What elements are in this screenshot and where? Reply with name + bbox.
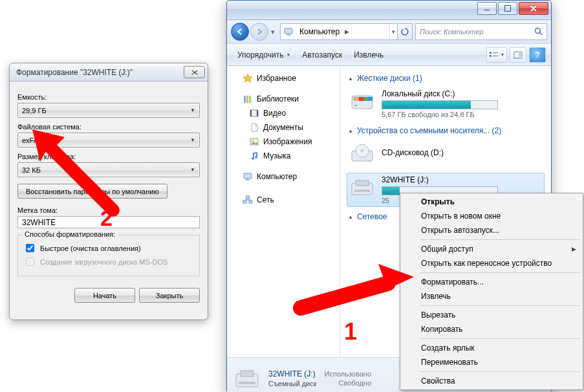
restore-defaults-button[interactable]: Восстановить параметры по умолчанию bbox=[17, 184, 168, 199]
quick-format-input[interactable] bbox=[26, 244, 34, 252]
computer-icon bbox=[243, 171, 253, 182]
chevron-down-icon: ▼ bbox=[286, 52, 290, 57]
cdrom-icon bbox=[349, 142, 375, 168]
svg-rect-7 bbox=[493, 56, 498, 56]
navtree-documents[interactable]: Документы bbox=[231, 120, 336, 135]
window-titlebar[interactable] bbox=[227, 1, 551, 20]
nav-history-dropdown[interactable]: ▾ bbox=[268, 28, 277, 36]
cluster-combo[interactable]: 32 КБ ▼ bbox=[17, 162, 200, 177]
dialog-close-button[interactable] bbox=[184, 66, 205, 78]
navtree-pictures[interactable]: Изображения bbox=[231, 135, 336, 149]
capacity-combo[interactable]: 29,9 ГБ ▼ bbox=[17, 103, 200, 118]
ctx-open[interactable]: Открыть bbox=[402, 195, 581, 209]
start-button[interactable]: Начать bbox=[74, 288, 135, 303]
status-type: Съемный диск bbox=[268, 380, 317, 387]
navtree-libraries-label: Библиотеки bbox=[257, 94, 299, 103]
view-button[interactable]: ▼ bbox=[486, 47, 507, 63]
ctx-cut[interactable]: Вырезать bbox=[402, 308, 581, 322]
address-bar[interactable]: Компьютер ▶ ▾ bbox=[280, 23, 398, 40]
group-hard-disks[interactable]: ▲Жесткие диски (1) bbox=[348, 74, 545, 83]
svg-point-25 bbox=[355, 105, 357, 107]
drive-j-label: 32WHITE (J:) bbox=[382, 175, 498, 184]
group-removable[interactable]: ▲Устройства со съемными носителя... (2) bbox=[348, 126, 545, 135]
eject-button[interactable]: Извлечь bbox=[349, 48, 389, 62]
drive-c-usage-bar bbox=[382, 100, 498, 109]
svg-rect-1 bbox=[287, 34, 290, 36]
drive-d-label: CD-дисковод (D:) bbox=[382, 148, 444, 157]
filesystem-value: exFAT bbox=[22, 136, 42, 144]
ctx-open-portable[interactable]: Открыть как переносное устройство bbox=[402, 256, 581, 270]
svg-rect-20 bbox=[243, 201, 246, 203]
help-button[interactable]: ? bbox=[529, 47, 546, 63]
svg-line-3 bbox=[539, 32, 542, 35]
svg-rect-4 bbox=[490, 52, 492, 54]
navtree-network-label: Сеть bbox=[257, 195, 274, 204]
command-toolbar: Упорядочить▼ Автозапуск Извлечь ▼ ? bbox=[227, 44, 551, 66]
filesystem-combo[interactable]: exFAT ▼ bbox=[17, 133, 200, 147]
removable-drive-icon bbox=[233, 366, 261, 391]
chevron-down-icon: ▼ bbox=[190, 167, 195, 173]
ctx-open-new-window[interactable]: Открыть в новом окне bbox=[402, 209, 581, 223]
chevron-down-icon: ▼ bbox=[190, 137, 195, 143]
format-options-legend: Способы форматирования: bbox=[22, 230, 118, 238]
eject-label: Извлечь bbox=[354, 50, 384, 60]
navtree-computer[interactable]: Компьютер bbox=[231, 169, 336, 184]
navtree-network[interactable]: Сеть bbox=[231, 193, 336, 207]
capacity-label: Емкость: bbox=[17, 93, 200, 101]
svg-rect-12 bbox=[249, 96, 251, 103]
ctx-open-autorun[interactable]: Открыть автозапуск... bbox=[402, 223, 581, 237]
filesystem-label: Файловая система: bbox=[17, 123, 200, 131]
svg-rect-18 bbox=[244, 173, 252, 179]
format-dialog: Форматирование "32WHITE (J:)" Емкость: 2… bbox=[9, 63, 208, 320]
dialog-titlebar[interactable]: Форматирование "32WHITE (J:)" bbox=[10, 63, 208, 82]
autorun-button[interactable]: Автозапуск bbox=[297, 48, 347, 62]
svg-rect-15 bbox=[257, 110, 258, 116]
search-input[interactable]: Поиск: Компьютер bbox=[415, 23, 547, 40]
navtree-music[interactable]: Музыка bbox=[231, 149, 336, 163]
maximize-button[interactable] bbox=[498, 2, 517, 15]
ctx-properties[interactable]: Свойства bbox=[402, 374, 581, 388]
submenu-arrow-icon: ▶ bbox=[572, 246, 576, 252]
close-button[interactable]: Закрыть bbox=[139, 288, 200, 303]
svg-rect-22 bbox=[246, 196, 250, 199]
quick-format-checkbox[interactable]: Быстрое (очистка оглавления) bbox=[23, 242, 194, 254]
organize-button[interactable]: Упорядочить▼ bbox=[232, 48, 296, 62]
ctx-create-shortcut[interactable]: Создать ярлык bbox=[402, 341, 581, 355]
ctx-rename[interactable]: Переименовать bbox=[402, 355, 581, 369]
msdos-boot-label: Создание загрузочного диска MS-DOS bbox=[40, 258, 168, 266]
ctx-format[interactable]: Форматировать... bbox=[402, 275, 581, 289]
svg-rect-0 bbox=[285, 28, 292, 34]
format-options-group: Способы форматирования: Быстрое (очистка… bbox=[17, 235, 200, 276]
group-removable-label: Устройства со съемными носителя... (2) bbox=[357, 126, 501, 135]
navtree-favorites-label: Избранное bbox=[257, 74, 296, 83]
breadcrumb-arrow-icon[interactable]: ▶ bbox=[343, 24, 351, 39]
cluster-label: Размер кластера: bbox=[17, 153, 200, 160]
preview-pane-button[interactable] bbox=[510, 47, 526, 63]
breadcrumb-root[interactable]: Компьютер bbox=[296, 24, 343, 39]
forward-button[interactable] bbox=[250, 23, 268, 41]
svg-rect-9 bbox=[519, 52, 522, 58]
refresh-button[interactable] bbox=[398, 23, 413, 40]
network-icon bbox=[243, 195, 253, 205]
navtree-videos[interactable]: Видео bbox=[231, 106, 336, 120]
libraries-icon bbox=[243, 94, 253, 104]
navtree-computer-label: Компьютер bbox=[257, 172, 297, 181]
drive-item-c[interactable]: Локальный диск (C:) 5,67 ГБ свободно из … bbox=[347, 87, 545, 121]
msdos-boot-input bbox=[26, 257, 34, 266]
cluster-value: 32 КБ bbox=[22, 166, 41, 174]
star-icon bbox=[243, 73, 253, 83]
minimize-button[interactable] bbox=[477, 2, 497, 15]
ctx-eject[interactable]: Извлечь bbox=[402, 289, 581, 303]
window-close-button[interactable] bbox=[519, 2, 548, 15]
address-dropdown-icon[interactable]: ▾ bbox=[389, 24, 397, 39]
drive-item-d[interactable]: CD-дисковод (D:) bbox=[347, 139, 545, 170]
navtree-favorites[interactable]: Избранное bbox=[231, 71, 336, 85]
chevron-down-icon: ▼ bbox=[190, 107, 195, 113]
ctx-share[interactable]: Общий доступ▶ bbox=[402, 242, 581, 256]
back-button[interactable] bbox=[231, 23, 249, 41]
group-network-label: Сетевое bbox=[357, 212, 387, 221]
navtree-libraries[interactable]: Библиотеки bbox=[231, 92, 336, 106]
navtree-pictures-label: Изображения bbox=[263, 137, 312, 146]
ctx-copy[interactable]: Копировать bbox=[402, 322, 581, 336]
svg-rect-14 bbox=[250, 110, 252, 116]
